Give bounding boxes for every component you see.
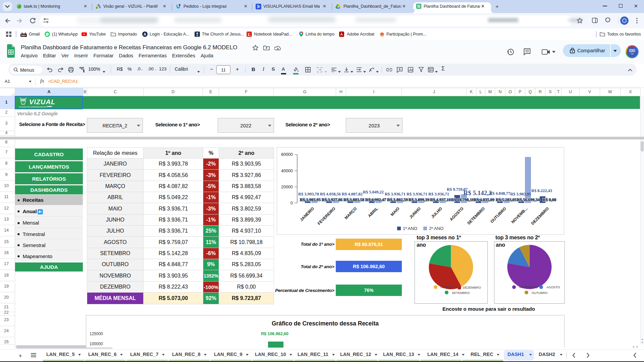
svg-text:L: L — [248, 32, 251, 37]
svg-text:1º ANO: 1º ANO — [403, 226, 417, 231]
svg-text:A: A — [144, 32, 146, 36]
svg-text:ASSAI: ASSAI — [380, 34, 384, 36]
svg-text:R$ 3.936,71: R$ 3.936,71 — [385, 192, 406, 196]
svg-text:R$ 3.936,71: R$ 3.936,71 — [428, 192, 449, 196]
svg-text:0: 0 — [290, 201, 293, 205]
svg-text:R$ 5.142,2: R$ 5.142,2 — [464, 189, 492, 196]
svg-text:20000: 20000 — [281, 185, 293, 189]
svg-text:R$ 3.883,58: R$ 3.883,58 — [343, 197, 364, 202]
svg-text:R$ 4.058,56: R$ 4.058,56 — [320, 192, 341, 196]
svg-text:R$ 5.049,22: R$ 5.049,22 — [363, 190, 384, 194]
svg-text:R$ 0,00: R$ 0,00 — [543, 197, 556, 202]
svg-text:R$ 4.848,77: R$ 4.848,77 — [489, 191, 510, 196]
svg-text:R$ 8.222,43: R$ 8.222,43 — [531, 188, 552, 193]
svg-text:R$ 3.903,95: R$ 3.903,95 — [510, 192, 531, 196]
svg-text:R$ 10.798,18: R$ 10.798,18 — [451, 197, 474, 202]
svg-text:R$ 4.992,47: R$ 4.992,47 — [365, 197, 386, 202]
svg-text:R$ 5.283,05: R$ 5.283,05 — [496, 197, 517, 202]
svg-text:R$ 3.927,86: R$ 3.927,86 — [322, 197, 342, 202]
svg-text:A: A — [369, 68, 372, 72]
svg-text:R$ 3.903,95: R$ 3.903,95 — [300, 197, 321, 202]
svg-text:R$ 3.802,59: R$ 3.802,59 — [387, 197, 408, 202]
svg-text:R$ 4.835,09: R$ 4.835,09 — [474, 197, 494, 202]
svg-text:R$ 56.699,34: R$ 56.699,34 — [517, 197, 540, 202]
svg-text:R$ 3.936,71: R$ 3.936,71 — [407, 192, 427, 196]
svg-text:R$ 4.087,82: R$ 4.087,82 — [342, 192, 363, 196]
svg-text:R$ 4.937,10: R$ 4.937,10 — [430, 197, 451, 202]
svg-text:R$ 3.899,39: R$ 3.899,39 — [409, 197, 429, 202]
svg-text:40000: 40000 — [281, 169, 293, 173]
svg-text:60000: 60000 — [281, 152, 293, 157]
svg-text:R$ 3.993,78: R$ 3.993,78 — [298, 192, 319, 196]
svg-text:2º ANO: 2º ANO — [429, 226, 443, 231]
